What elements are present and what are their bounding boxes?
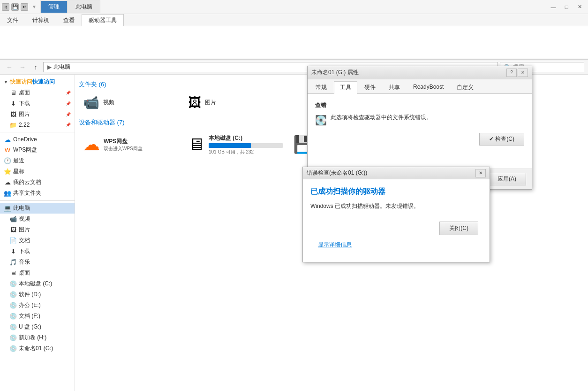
sidebar-item-pictures[interactable]: 🖼 图片 📌 — [6, 109, 75, 120]
ribbon-tab-computer[interactable]: 计算机 — [25, 14, 56, 26]
sidebar-quickaccess-header[interactable]: ▼ 快速访问 快速访问 — [0, 77, 75, 87]
sidebar-label-onedrive: OneDrive — [13, 136, 37, 143]
title-dropdown-icon[interactable]: ▼ — [32, 4, 37, 9]
sidebar-label-pictures: 图片 — [19, 110, 30, 118]
folder-item-pictures[interactable]: 🖼 图片 — [184, 92, 287, 113]
d-drive-icon: 💿 — [9, 291, 17, 299]
properties-title: 未命名01 (G:) 属性 — [311, 69, 505, 77]
sidebar-item-desk[interactable]: 🖥 桌面 — [6, 268, 75, 278]
detail-link[interactable]: 显示详细信息 — [310, 239, 482, 254]
properties-close-button[interactable]: ✕ — [518, 69, 528, 77]
videos-icon: 📹 — [9, 215, 17, 223]
sidebar-item-222[interactable]: 📁 2.22 📌 — [6, 120, 75, 130]
starred-icon: ⭐ — [4, 168, 11, 176]
error-desc: 💽 此选项将检查驱动器中的文件系统错误。 — [315, 113, 524, 127]
sidebar-item-recent[interactable]: 🕐 最近 — [0, 155, 75, 166]
sidebar-item-thispc[interactable]: 💻 此电脑 — [0, 203, 75, 214]
sidebar-item-unnamed[interactable]: 💿 未命名01 (G:) — [6, 343, 75, 354]
folder-pictures-name: 图片 — [205, 99, 216, 107]
sidebar-item-d[interactable]: 💿 软件 (D:) — [6, 289, 75, 300]
wps-drive-name: WPS网盘 — [104, 138, 178, 146]
desktop-icon: 🖥 — [9, 89, 17, 97]
ribbon-tab-driver[interactable]: 驱动器工具 — [82, 14, 124, 26]
folder-pictures-icon: 🖼 — [188, 95, 201, 110]
error-dialog-footer: 关闭(C) — [310, 218, 482, 239]
breadcrumb-arrow: ▶ — [47, 64, 52, 70]
ribbon-tab-file[interactable]: 文件 — [0, 14, 25, 26]
c-drive-bar — [209, 143, 251, 148]
sidebar-item-onedrive[interactable]: ☁ OneDrive — [0, 134, 75, 145]
sidebar-label-cloud-docs: 我的云文档 — [13, 178, 41, 186]
sidebar-item-pics[interactable]: 🖼 图片 — [6, 224, 75, 235]
pin-icon-222: 📌 — [66, 123, 71, 127]
sidebar-label-music: 音乐 — [19, 258, 30, 266]
sidebar-item-music[interactable]: 🎵 音乐 — [6, 257, 75, 268]
sidebar-item-e[interactable]: 💿 办公 (E:) — [6, 300, 75, 311]
sidebar-label-pics: 图片 — [19, 226, 30, 234]
title-tabs: 管理 此电脑 — [40, 0, 100, 13]
c-drive-info: 本地磁盘 (C:) 101 GB 可用，共 232 — [209, 134, 283, 155]
sidebar-item-f[interactable]: 💿 文档 (F:) — [6, 311, 75, 322]
sidebar-label-desk: 桌面 — [19, 269, 30, 277]
sidebar-item-cloud-docs[interactable]: ☁ 我的云文档 — [0, 177, 75, 188]
f-drive-icon: 💿 — [9, 313, 17, 320]
sidebar-item-desktop[interactable]: 🖥 桌面 📌 — [6, 87, 75, 98]
drive-item-wps[interactable]: ☁ WPS网盘 双击进入WPS网盘 — [79, 130, 182, 159]
tab-hardware[interactable]: 硬件 — [358, 81, 382, 93]
minimize-button[interactable]: — — [547, 2, 560, 12]
unnamed-drive-icon: 💿 — [9, 345, 17, 353]
download-icon: ⬇ — [9, 100, 17, 107]
quick-save-icon[interactable]: 💾 — [11, 3, 19, 11]
title-bar: It 💾 ↩ ▼ 管理 此电脑 — □ ✕ — [0, 0, 588, 14]
title-bar-icons: It 💾 ↩ ▼ — [2, 3, 37, 11]
up-button[interactable]: ↑ — [30, 61, 41, 73]
sidebar-label-recent: 最近 — [13, 157, 24, 165]
error-dialog-close-x[interactable]: ✕ — [475, 169, 486, 177]
shared-icon: 👥 — [4, 190, 11, 197]
sidebar-item-docs[interactable]: 📄 文档 — [6, 235, 75, 246]
sidebar-item-videos[interactable]: 📹 视频 — [6, 214, 75, 224]
cloud-docs-icon: ☁ — [4, 179, 11, 186]
tab-share[interactable]: 共享 — [383, 81, 406, 93]
tab-custom[interactable]: 自定义 — [451, 81, 480, 93]
quickaccess-arrow: ▼ — [4, 80, 8, 84]
pictures-icon: 🖼 — [9, 111, 17, 118]
properties-help-button[interactable]: ? — [506, 69, 517, 77]
tab-general[interactable]: 常规 — [309, 81, 333, 93]
pin-icon-download: 📌 — [66, 101, 71, 106]
sidebar-item-c[interactable]: 💿 本地磁盘 (C:) — [6, 278, 75, 289]
properties-title-bar: 未命名01 (G:) 属性 ? ✕ — [308, 66, 532, 79]
c-drive-space: 101 GB 可用，共 232 — [209, 149, 283, 155]
sidebar-item-starred[interactable]: ⭐ 星标 — [0, 166, 75, 177]
title-tab-this-pc[interactable]: 此电脑 — [68, 0, 100, 13]
error-dialog-body: 已成功扫描你的驱动器 Windows 已成功扫描驱动器。未发现错误。 关闭(C)… — [303, 179, 490, 262]
folder-videos-name: 视频 — [103, 99, 114, 107]
tab-tools[interactable]: 工具 — [334, 81, 357, 94]
drive-check-icon: 💽 — [315, 113, 327, 127]
sidebar-label-dl: 下载 — [19, 247, 30, 255]
back-button[interactable]: ← — [4, 61, 15, 73]
sidebar-item-dl[interactable]: ⬇ 下载 — [6, 246, 75, 257]
sidebar-item-g[interactable]: 💿 U 盘 (G:) — [6, 322, 75, 332]
error-close-button[interactable]: 关闭(C) — [439, 222, 478, 235]
title-tab-manage[interactable]: 管理 — [40, 0, 68, 13]
maximize-button[interactable]: □ — [560, 2, 573, 12]
breadcrumb-thispc[interactable]: 此电脑 — [53, 63, 70, 71]
sidebar-item-download[interactable]: ⬇ 下载 📌 — [6, 98, 75, 109]
docs-icon: 📄 — [9, 237, 17, 245]
apply-button[interactable]: 应用(A) — [488, 173, 526, 185]
tab-readyboost[interactable]: ReadyBoost — [407, 81, 450, 93]
g-drive-icon: 💿 — [9, 323, 17, 331]
close-button[interactable]: ✕ — [573, 2, 586, 12]
sidebar-item-h[interactable]: 💿 新加卷 (H:) — [6, 332, 75, 343]
sidebar-label-download: 下载 — [19, 100, 30, 107]
check-button[interactable]: ✔ 检查(C) — [479, 133, 524, 146]
forward-button[interactable]: → — [17, 61, 28, 73]
ribbon-tab-view[interactable]: 查看 — [56, 14, 82, 26]
sidebar-item-shared[interactable]: 👥 共享文件夹 — [0, 188, 75, 199]
sidebar-label-thispc: 此电脑 — [13, 204, 30, 212]
undo-icon[interactable]: ↩ — [21, 3, 28, 11]
drive-item-c[interactable]: 🖥 本地磁盘 (C:) 101 GB 可用，共 232 — [184, 130, 287, 159]
sidebar-item-wps[interactable]: W WPS网盘 — [0, 145, 75, 155]
folder-item-videos[interactable]: 📹 视频 — [79, 92, 182, 113]
